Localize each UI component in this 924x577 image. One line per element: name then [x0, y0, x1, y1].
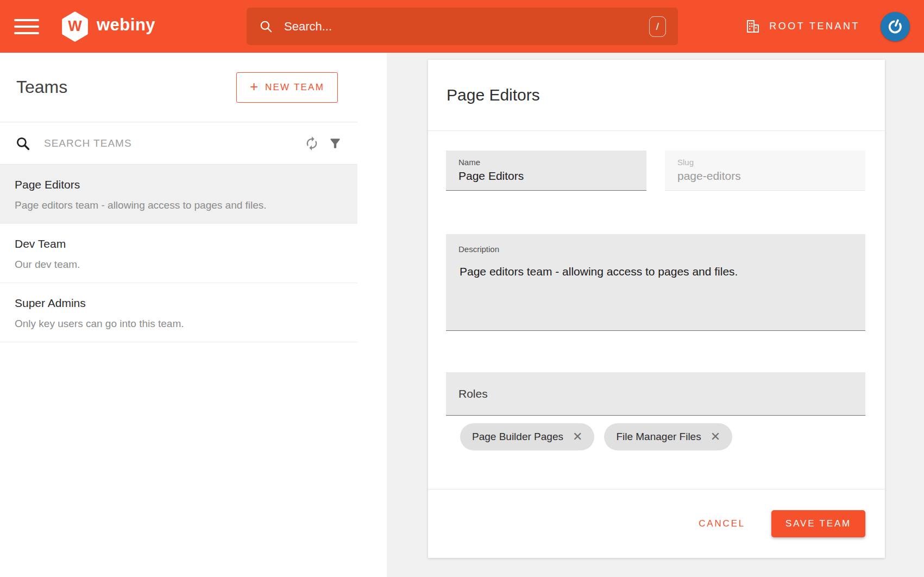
webiny-hexagon-icon: W: [61, 11, 89, 42]
webiny-admin-window: W webiny /: [0, 0, 924, 577]
filter-button[interactable]: [324, 132, 347, 155]
refresh-button[interactable]: [300, 131, 324, 155]
global-search-input[interactable]: [283, 19, 649, 34]
roles-label: Roles: [458, 387, 488, 400]
team-description: Only key users can go into this team.: [15, 318, 341, 330]
team-name: Super Admins: [15, 297, 341, 310]
topbar-right-group: ROOT TENANT: [741, 12, 910, 41]
team-form-title: Page Editors: [447, 86, 540, 104]
remove-chip-icon[interactable]: ✕: [711, 431, 720, 443]
description-field[interactable]: Description: [446, 234, 865, 331]
page-title: Teams: [16, 77, 67, 97]
name-field[interactable]: Name: [446, 150, 646, 191]
search-teams-icon: [15, 135, 31, 152]
team-row-page-editors[interactable]: Page Editors Page editors team - allowin…: [0, 165, 357, 224]
search-icon: [259, 19, 273, 34]
chip-label: File Manager Files: [616, 431, 701, 443]
chip-label: Page Builder Pages: [472, 431, 563, 443]
teams-search-bar: [0, 122, 357, 165]
brand-name: webiny: [97, 15, 155, 37]
team-description: Our dev team.: [15, 259, 341, 271]
role-chips: Page Builder Pages ✕ File Manager Files …: [446, 416, 865, 450]
team-description: Page editors team - allowing access to p…: [15, 199, 341, 211]
global-search[interactable]: /: [247, 8, 678, 45]
main-area: Teams + NEW TEAM: [0, 53, 924, 577]
teams-list-panel: Teams + NEW TEAM: [0, 53, 387, 577]
role-chip-file-manager-files[interactable]: File Manager Files ✕: [604, 423, 732, 450]
tenant-selector[interactable]: ROOT TENANT: [741, 18, 863, 35]
slug-label: Slug: [677, 158, 865, 167]
team-row-super-admins[interactable]: Super Admins Only key users can go into …: [0, 283, 357, 342]
filter-funnel-icon: [328, 136, 342, 150]
user-avatar[interactable]: [881, 12, 910, 41]
description-label: Description: [458, 244, 852, 254]
remove-chip-icon[interactable]: ✕: [573, 431, 582, 443]
tenant-label: ROOT TENANT: [769, 21, 860, 32]
name-label: Name: [458, 158, 646, 167]
name-input[interactable]: [458, 170, 646, 190]
search-teams-input[interactable]: [43, 137, 300, 150]
cancel-button[interactable]: CANCEL: [693, 513, 751, 535]
roles-field[interactable]: Roles: [446, 372, 865, 416]
team-row-dev-team[interactable]: Dev Team Our dev team.: [0, 224, 357, 283]
webiny-logo[interactable]: W webiny: [61, 11, 155, 42]
slug-field: Slug: [665, 150, 865, 191]
hamburger-icon: [14, 19, 39, 21]
power-icon: [887, 18, 904, 35]
team-name: Dev Team: [15, 237, 341, 250]
teams-panel-header: Teams + NEW TEAM: [0, 53, 357, 122]
top-bar: W webiny /: [0, 0, 924, 53]
team-details-card: Page Editors Name Slug De: [428, 60, 885, 558]
role-chip-page-builder-pages[interactable]: Page Builder Pages ✕: [460, 423, 594, 450]
team-form-header: Page Editors: [428, 60, 885, 131]
team-form-body: Name Slug Description Roles: [428, 131, 885, 489]
form-action-bar: CANCEL SAVE TEAM: [428, 489, 885, 558]
team-list: Page Editors Page editors team - allowin…: [0, 165, 357, 342]
slash-shortcut-badge: /: [649, 16, 666, 37]
team-name: Page Editors: [15, 178, 341, 191]
description-input[interactable]: [458, 264, 852, 330]
slug-input: [677, 170, 865, 190]
new-team-button[interactable]: + NEW TEAM: [236, 72, 338, 103]
building-icon: [745, 19, 761, 34]
save-team-button[interactable]: SAVE TEAM: [771, 510, 865, 537]
menu-button[interactable]: [14, 15, 39, 38]
refresh-icon: [304, 136, 319, 151]
plus-icon: +: [250, 79, 258, 95]
team-detail-area: Page Editors Name Slug De: [387, 53, 924, 577]
new-team-label: NEW TEAM: [265, 82, 324, 93]
